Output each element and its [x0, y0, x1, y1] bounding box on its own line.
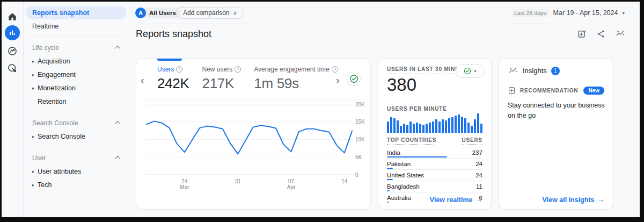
- minute-bar: [409, 121, 412, 133]
- add-comparison-button[interactable]: Add comparison +: [176, 7, 244, 19]
- minute-bar: [419, 124, 421, 133]
- metric-tab-new-users[interactable]: New users?217K: [202, 66, 241, 92]
- help-icon: ?: [332, 66, 338, 73]
- country-row-india: India237: [387, 147, 482, 158]
- sidebar-item-tech[interactable]: ▸Tech: [24, 178, 129, 191]
- minute-bar: [390, 117, 392, 133]
- data-quality-check-button[interactable]: [347, 71, 361, 85]
- insights-spark-icon: [508, 66, 518, 75]
- realtime-card: USERS IN LAST 30 MINUTES ▾ 380 USERS PER…: [378, 58, 492, 210]
- sidebar-item-label: Monetization: [38, 84, 76, 92]
- sidebar-item-label: Retention: [38, 98, 67, 105]
- sidebar-item-monetization[interactable]: ▸Monetization: [24, 81, 129, 95]
- nav-divider: [31, 147, 122, 147]
- share-icon[interactable]: [596, 28, 606, 39]
- active-metric-indicator: [157, 59, 182, 61]
- nav-section-label: User: [32, 154, 46, 162]
- country-bar: [387, 156, 447, 158]
- minute-bar: [448, 118, 450, 133]
- report-navigation: Reports snapshot Realtime Life cycle▸Acq…: [24, 2, 129, 217]
- caret-down-icon: ▾: [622, 10, 625, 16]
- minute-bar: [474, 119, 476, 133]
- minute-bar: [429, 123, 431, 133]
- svg-text:Mar: Mar: [180, 184, 189, 190]
- triangle-collapsed-icon: ▸: [29, 182, 38, 188]
- metric-value: 242K: [157, 75, 189, 92]
- minute-bar: [397, 120, 399, 133]
- country-bar: [387, 179, 393, 181]
- customize-report-icon[interactable]: [576, 28, 587, 39]
- explore-icon[interactable]: [6, 45, 19, 58]
- nav-divider: [31, 112, 122, 112]
- metrics-prev-button[interactable]: ‹: [141, 75, 144, 85]
- insights-count-badge: 1: [551, 67, 560, 75]
- country-row-united-states: United States24: [387, 169, 482, 181]
- nav-section-label: Search Console: [32, 119, 78, 127]
- insight-message[interactable]: Stay connected to your business on the g…: [508, 101, 606, 121]
- country-users-value: 24: [475, 172, 482, 178]
- minute-bar: [435, 119, 437, 133]
- realtime-users-value: 380: [387, 75, 416, 95]
- analytics-app: Reports snapshot Realtime Life cycle▸Acq…: [2, 2, 640, 217]
- sidebar-item-user-attributes[interactable]: ▸User attributes: [24, 164, 129, 178]
- metric-label: Users?: [157, 66, 189, 73]
- country-name: Bangladesh: [387, 183, 420, 190]
- reports-icon[interactable]: [5, 25, 20, 40]
- sidebar-item-engagement[interactable]: ▸Engagement: [24, 68, 129, 81]
- new-badge: New: [583, 87, 604, 95]
- sidebar-item-search-console[interactable]: ▸Search Console: [24, 130, 129, 143]
- triangle-collapsed-icon: ▸: [29, 72, 38, 77]
- country-users-value: 11: [476, 183, 482, 190]
- country-bar: [387, 202, 389, 203]
- metric-tab-average-engagement-time[interactable]: Average engagement time?1m 59s: [254, 66, 338, 92]
- audience-avatar: A: [135, 8, 146, 18]
- metrics-next-button[interactable]: ›: [336, 75, 340, 85]
- metric-value: 1m 59s: [254, 75, 338, 92]
- svg-text:5K: 5K: [355, 154, 362, 160]
- overview-metrics-card: ‹ Users?242KNew users?217KAverage engage…: [136, 58, 371, 210]
- sidebar-item-acquisition[interactable]: ▸Acquisition: [24, 54, 129, 68]
- minute-bar: [387, 121, 389, 133]
- home-icon[interactable]: [6, 10, 19, 23]
- sidebar-item-retention[interactable]: ▸Retention: [24, 95, 129, 108]
- minute-bar: [471, 126, 473, 133]
- minute-bar: [422, 125, 425, 133]
- realtime-status-dropdown[interactable]: ▾: [456, 64, 485, 78]
- triangle-collapsed-icon: ▸: [29, 59, 38, 64]
- view-all-insights-link[interactable]: View all insights →: [542, 196, 604, 204]
- users-per-minute-label: USERS PER MINUTE: [387, 106, 447, 112]
- minute-bar: [477, 113, 479, 133]
- svg-text:07: 07: [288, 178, 295, 184]
- metric-tab-users[interactable]: Users?242K: [157, 66, 189, 92]
- nav-section-header-life-cycle[interactable]: Life cycle: [24, 41, 129, 54]
- users-line-chart: 20K15K10K5K024Mar3107Apr14: [136, 102, 371, 194]
- metric-label: Average engagement time?: [254, 66, 338, 73]
- audience-chip-all-users[interactable]: A All Users: [135, 8, 181, 18]
- page-title: Reports snapshot: [136, 28, 211, 40]
- arrow-right-icon: →: [598, 196, 605, 204]
- sidebar-item-realtime[interactable]: Realtime: [24, 19, 126, 33]
- insights-card: Insights 1 RECOMMENDATION New Stay conne…: [499, 58, 613, 210]
- country-row-bangladesh: Bangladesh11: [387, 181, 482, 192]
- metric-tabs: Users?242KNew users?217KAverage engageme…: [157, 66, 351, 92]
- minute-bar: [393, 118, 396, 133]
- minute-bar: [451, 117, 453, 133]
- country-users-value: 237: [472, 149, 482, 156]
- triangle-collapsed-icon: ▸: [29, 85, 38, 91]
- caret-down-icon: ▾: [474, 69, 476, 74]
- sidebar-item-reports-snapshot[interactable]: Reports snapshot: [26, 6, 127, 19]
- insights-header: Insights 1: [508, 66, 560, 75]
- screenshot-frame: Reports snapshot Realtime Life cycle▸Acq…: [0, 0, 644, 222]
- minute-bar: [413, 124, 415, 133]
- view-realtime-link[interactable]: View realtime →: [430, 196, 482, 204]
- nav-section-header-search-console[interactable]: Search Console: [24, 116, 129, 130]
- minute-bar: [480, 124, 482, 133]
- minute-bar: [442, 119, 444, 133]
- insights-icon[interactable]: [615, 28, 626, 39]
- metrics-divider: [145, 100, 362, 101]
- svg-text:24: 24: [181, 178, 188, 184]
- date-range-picker[interactable]: Last 28 days Mar 19 - Apr 15, 2024 ▾: [511, 7, 625, 19]
- nav-section-header-user[interactable]: User: [24, 151, 129, 164]
- advertising-icon[interactable]: [6, 62, 19, 75]
- svg-text:10K: 10K: [355, 137, 365, 142]
